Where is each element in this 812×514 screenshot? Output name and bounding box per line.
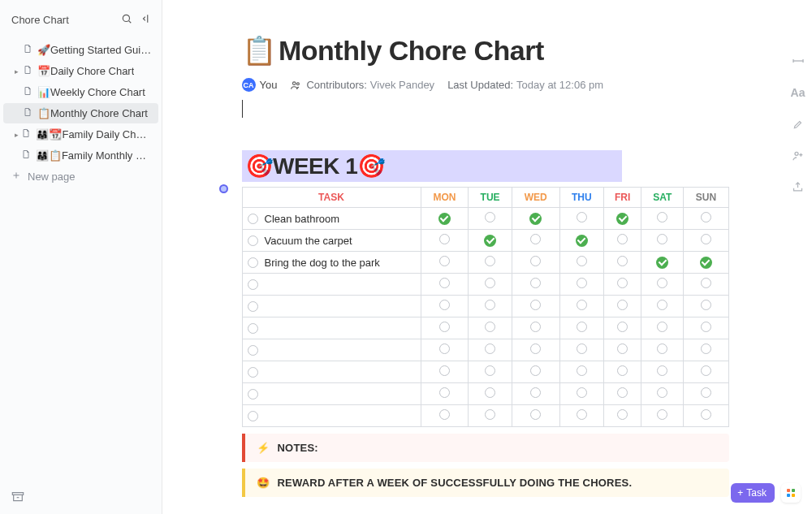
empty-check[interactable] bbox=[657, 409, 667, 420]
day-cell[interactable] bbox=[469, 317, 512, 339]
archive-icon[interactable] bbox=[11, 493, 24, 506]
nav-item[interactable]: 👨‍👩‍👧📋Family Monthly Chore Chart bbox=[3, 145, 158, 166]
new-page-button[interactable]: New page bbox=[0, 166, 162, 187]
task-checkbox[interactable] bbox=[248, 279, 258, 290]
reward-callout[interactable]: 🤩 REWARD AFTER A WEEK OF SUCCESSFULLY DO… bbox=[242, 469, 729, 497]
empty-check[interactable] bbox=[701, 409, 711, 420]
day-cell[interactable] bbox=[421, 317, 469, 339]
nav-item[interactable]: 🚀Getting Started Guide bbox=[3, 40, 158, 60]
day-cell[interactable] bbox=[684, 383, 728, 405]
chore-table[interactable]: TASK MON TUE WED THU FRI SAT SUN Clean b… bbox=[242, 187, 729, 427]
day-cell[interactable] bbox=[469, 339, 512, 361]
day-cell[interactable] bbox=[684, 405, 728, 427]
task-checkbox[interactable] bbox=[248, 323, 258, 334]
empty-check[interactable] bbox=[439, 365, 450, 376]
day-cell[interactable] bbox=[641, 252, 684, 274]
day-cell[interactable] bbox=[559, 252, 603, 274]
day-cell[interactable] bbox=[641, 230, 684, 252]
empty-check[interactable] bbox=[617, 278, 628, 288]
page-title[interactable]: 📋Monthly Chore Chart bbox=[242, 34, 729, 67]
empty-check[interactable] bbox=[485, 300, 495, 310]
day-cell[interactable] bbox=[641, 405, 684, 427]
day-cell[interactable] bbox=[559, 208, 603, 230]
new-task-button[interactable]: + Task bbox=[731, 483, 775, 503]
day-cell[interactable] bbox=[512, 274, 559, 296]
empty-check[interactable] bbox=[701, 278, 711, 288]
empty-check[interactable] bbox=[701, 343, 711, 354]
empty-check[interactable] bbox=[701, 300, 711, 310]
empty-check[interactable] bbox=[701, 322, 711, 332]
empty-check[interactable] bbox=[530, 234, 541, 244]
empty-check[interactable] bbox=[577, 387, 587, 398]
empty-check[interactable] bbox=[485, 212, 495, 222]
nav-item[interactable]: 📊Weekly Chore Chart bbox=[3, 82, 158, 102]
day-cell[interactable] bbox=[559, 383, 603, 405]
day-cell[interactable] bbox=[684, 252, 728, 274]
day-cell[interactable] bbox=[512, 383, 559, 405]
empty-check[interactable] bbox=[530, 387, 541, 398]
task-cell[interactable]: Bring the dog to the park bbox=[242, 252, 421, 274]
empty-check[interactable] bbox=[485, 409, 495, 420]
empty-check[interactable] bbox=[577, 256, 587, 266]
day-cell[interactable] bbox=[684, 361, 728, 383]
day-cell[interactable] bbox=[684, 208, 728, 230]
empty-check[interactable] bbox=[530, 409, 541, 420]
week-heading[interactable]: 🎯WEEK 1🎯 bbox=[242, 150, 622, 182]
day-cell[interactable] bbox=[603, 383, 641, 405]
export-icon[interactable] bbox=[791, 180, 805, 194]
empty-check[interactable] bbox=[577, 322, 587, 332]
task-cell[interactable] bbox=[242, 274, 421, 296]
day-cell[interactable] bbox=[421, 296, 469, 317]
task-checkbox[interactable] bbox=[248, 257, 258, 268]
day-cell[interactable] bbox=[603, 339, 641, 361]
empty-check[interactable] bbox=[657, 322, 667, 332]
nav-item[interactable]: ▸📅Daily Chore Chart bbox=[3, 61, 158, 81]
check-icon[interactable] bbox=[616, 213, 628, 225]
day-cell[interactable] bbox=[421, 208, 469, 230]
caret-icon[interactable]: ▸ bbox=[15, 131, 19, 139]
day-cell[interactable] bbox=[603, 405, 641, 427]
day-cell[interactable] bbox=[469, 361, 512, 383]
nav-item[interactable]: ▸👨‍👩‍👧📆Family Daily Chore Chart bbox=[3, 124, 158, 145]
day-cell[interactable] bbox=[559, 339, 603, 361]
day-cell[interactable] bbox=[469, 274, 512, 296]
empty-check[interactable] bbox=[617, 300, 628, 310]
day-cell[interactable] bbox=[641, 339, 684, 361]
empty-check[interactable] bbox=[439, 409, 450, 420]
task-checkbox[interactable] bbox=[248, 367, 258, 378]
block-handle[interactable] bbox=[219, 184, 228, 193]
empty-check[interactable] bbox=[657, 387, 667, 398]
owner-meta[interactable]: CA You bbox=[242, 78, 278, 92]
empty-check[interactable] bbox=[439, 322, 450, 332]
empty-check[interactable] bbox=[577, 300, 587, 310]
task-checkbox[interactable] bbox=[248, 235, 258, 246]
empty-check[interactable] bbox=[657, 278, 667, 288]
day-cell[interactable] bbox=[559, 317, 603, 339]
empty-check[interactable] bbox=[530, 300, 541, 310]
share-people-icon[interactable] bbox=[791, 149, 805, 162]
day-cell[interactable] bbox=[512, 317, 559, 339]
empty-check[interactable] bbox=[485, 256, 495, 266]
day-cell[interactable] bbox=[512, 405, 559, 427]
day-cell[interactable] bbox=[641, 274, 684, 296]
day-cell[interactable] bbox=[641, 361, 684, 383]
empty-check[interactable] bbox=[701, 212, 711, 222]
day-cell[interactable] bbox=[684, 230, 728, 252]
day-cell[interactable] bbox=[469, 383, 512, 405]
edit-icon[interactable] bbox=[791, 117, 805, 131]
task-cell[interactable]: Vacuum the carpet bbox=[242, 230, 421, 252]
task-cell[interactable] bbox=[242, 296, 421, 317]
day-cell[interactable] bbox=[603, 361, 641, 383]
empty-check[interactable] bbox=[530, 278, 541, 288]
day-cell[interactable] bbox=[603, 208, 641, 230]
apps-button[interactable] bbox=[781, 483, 801, 503]
caret-icon[interactable]: ▸ bbox=[15, 67, 21, 76]
empty-check[interactable] bbox=[530, 343, 541, 354]
day-cell[interactable] bbox=[421, 230, 469, 252]
task-cell[interactable] bbox=[242, 317, 421, 339]
task-cell[interactable] bbox=[242, 405, 421, 427]
check-icon[interactable] bbox=[656, 257, 668, 269]
day-cell[interactable] bbox=[641, 317, 684, 339]
empty-check[interactable] bbox=[657, 212, 667, 222]
empty-check[interactable] bbox=[485, 343, 495, 354]
